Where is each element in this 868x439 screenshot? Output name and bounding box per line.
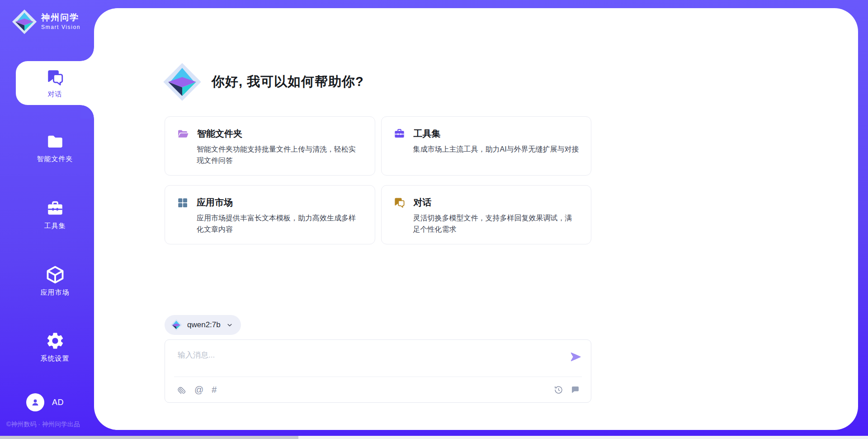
card-description: 灵活切换多模型文件，支持多样回复效果调试，满足个性化需求 xyxy=(413,213,580,235)
gear-icon xyxy=(45,331,65,351)
toolbox-icon xyxy=(393,128,406,140)
chat-icon xyxy=(46,68,65,87)
card-chat[interactable]: 对话 灵活切换多模型文件，支持多样回复效果调试，满足个性化需求 xyxy=(381,185,592,244)
send-icon[interactable] xyxy=(570,351,582,363)
message-input[interactable] xyxy=(177,349,557,372)
brand-logo: 神州问学 Smart Vision xyxy=(12,9,80,34)
mention-icon[interactable]: @ xyxy=(194,385,203,394)
model-selector[interactable]: qwen2:7b xyxy=(165,315,241,335)
message-icon[interactable] xyxy=(571,385,580,395)
card-description: 应用市场提供丰富长文本模板，助力高效生成多样化文章内容 xyxy=(197,213,363,235)
chat-icon xyxy=(393,196,406,209)
message-composer: @ # xyxy=(165,339,591,403)
sidebar-item-label: 系统设置 xyxy=(41,354,70,363)
diamond-logo-icon xyxy=(170,319,182,331)
horizontal-scrollbar xyxy=(0,436,868,439)
sidebar-item-label: 对话 xyxy=(48,90,62,99)
sidebar-item-label: 应用市场 xyxy=(41,288,70,297)
sidebar-item-label: 智能文件夹 xyxy=(37,155,73,163)
brand-name-cn: 神州问学 xyxy=(41,13,80,23)
tab-fillet-bottom xyxy=(80,105,94,119)
greeting: 你好, 我可以如何帮助你? xyxy=(163,62,364,101)
brand-name-en: Smart Vision xyxy=(41,24,80,30)
toolbox-icon xyxy=(46,199,65,218)
sidebar-item-chat[interactable]: 对话 xyxy=(16,61,94,105)
chevron-down-icon xyxy=(226,321,234,329)
sidebar-item-app-market[interactable]: 应用市场 xyxy=(16,265,94,297)
diamond-logo-icon xyxy=(12,9,37,34)
card-title: 对话 xyxy=(414,196,432,209)
grid-icon xyxy=(177,197,189,209)
tab-fillet-top xyxy=(80,48,94,61)
attach-icon[interactable] xyxy=(177,385,186,395)
sidebar-item-settings[interactable]: 系统设置 xyxy=(16,331,94,363)
cube-icon xyxy=(45,265,65,285)
diamond-logo-icon xyxy=(163,62,202,101)
folder-open-icon xyxy=(177,128,189,140)
sidebar-item-smart-folder[interactable]: 智能文件夹 xyxy=(16,132,94,163)
feature-cards: 智能文件夹 智能文件夹功能支持批量文件上传与清洗，轻松实现文件问答 工具集 集成… xyxy=(165,116,591,244)
copyright-text: ©神州数码 · 神州问学出品 xyxy=(6,420,80,429)
history-icon[interactable] xyxy=(554,385,563,395)
card-title: 工具集 xyxy=(414,128,441,140)
card-smart-folder[interactable]: 智能文件夹 智能文件夹功能支持批量文件上传与清洗，轻松实现文件问答 xyxy=(165,116,375,176)
card-description: 智能文件夹功能支持批量文件上传与清洗，轻松实现文件问答 xyxy=(197,144,363,167)
sidebar-item-label: 工具集 xyxy=(44,222,66,230)
card-title: 应用市场 xyxy=(197,196,233,209)
avatar xyxy=(26,393,44,411)
person-icon xyxy=(30,397,41,408)
user-initials: AD xyxy=(52,398,64,407)
user-account[interactable]: AD xyxy=(26,393,64,411)
card-app-market[interactable]: 应用市场 应用市场提供丰富长文本模板，助力高效生成多样化文章内容 xyxy=(165,185,375,244)
composer-toolbar: @ # xyxy=(174,377,582,402)
sidebar-item-toolset[interactable]: 工具集 xyxy=(16,199,94,230)
greeting-title: 你好, 我可以如何帮助你? xyxy=(212,73,364,91)
card-description: 集成市场上主流工具，助力AI与外界无缝扩展与对接 xyxy=(413,144,580,155)
topic-icon[interactable]: # xyxy=(212,385,217,394)
model-name: qwen2:7b xyxy=(187,320,221,329)
card-toolset[interactable]: 工具集 集成市场上主流工具，助力AI与外界无缝扩展与对接 xyxy=(381,116,592,176)
scrollbar-thumb[interactable] xyxy=(0,436,298,439)
card-title: 智能文件夹 xyxy=(197,128,242,140)
folder-icon xyxy=(46,132,65,151)
